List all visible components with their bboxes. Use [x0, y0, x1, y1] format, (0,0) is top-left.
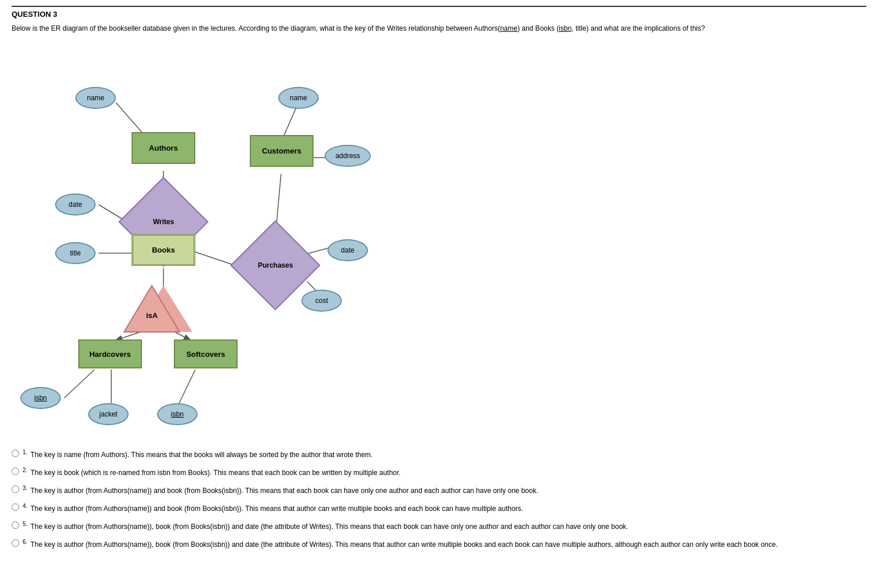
isa-triangle: [134, 286, 192, 332]
entity-books: Books: [132, 234, 195, 266]
attr-title: title: [55, 242, 96, 264]
answer-item-5: 5. The key is author (from Authors(name)…: [12, 520, 866, 532]
attr-address: address: [325, 145, 371, 167]
entity-authors: Authors: [132, 132, 195, 164]
entity-softcovers: Softcovers: [174, 339, 238, 368]
svg-line-17: [179, 370, 195, 403]
answer-radio-5[interactable]: [12, 521, 19, 529]
attr-isbn-hardcovers: isbn: [20, 387, 61, 409]
answer-radio-6[interactable]: [12, 539, 19, 547]
answer-section: 1. The key is name (from Authors). This …: [12, 448, 866, 550]
attr-cost: cost: [301, 290, 342, 312]
answer-item-4: 4. The key is author (from Authors(name)…: [12, 502, 866, 514]
answer-radio-1[interactable]: [12, 450, 19, 457]
attr-jacket: jacket: [88, 403, 129, 425]
entity-hardcovers: Hardcovers: [78, 339, 142, 368]
question-header: QUESTION 3: [12, 6, 866, 19]
answer-radio-3[interactable]: [12, 485, 19, 493]
answer-item-1: 1. The key is name (from Authors). This …: [12, 448, 866, 460]
answer-item-2: 2. The key is book (which is re-named fr…: [12, 466, 866, 478]
er-diagram: name name Authors Customers address Writ…: [12, 45, 406, 439]
answer-radio-2[interactable]: [12, 468, 19, 475]
attr-date-writes: date: [55, 193, 96, 216]
attr-date-purchases: date: [327, 239, 368, 261]
question-text: Below is the ER diagram of the bookselle…: [12, 23, 866, 34]
attr-author-name: name: [75, 87, 116, 109]
entity-customers: Customers: [250, 135, 314, 167]
attr-customer-name: name: [278, 87, 319, 109]
answer-item-6: 6. The key is author (from Authors(name)…: [12, 538, 866, 550]
answer-radio-4[interactable]: [12, 503, 19, 511]
svg-line-15: [64, 370, 94, 398]
attr-isbn-softcovers: isbn: [157, 403, 198, 425]
answer-item-3: 3. The key is author (from Authors(name)…: [12, 484, 866, 496]
